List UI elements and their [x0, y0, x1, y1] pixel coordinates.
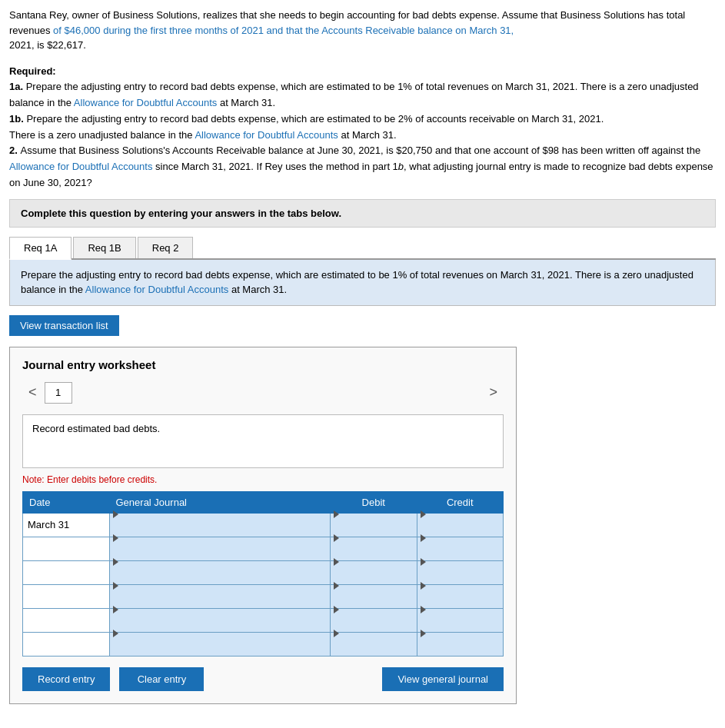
view-general-journal-button[interactable]: View general journal: [382, 667, 504, 691]
credit-arrow-2: [421, 534, 426, 542]
credit-cell-5[interactable]: [417, 608, 504, 632]
tab-content-blue: Allowance for Doubtful Accounts: [85, 284, 228, 295]
arrow-indicator-4: [113, 582, 118, 590]
credit-arrow-6: [421, 630, 426, 637]
arrow-indicator-3: [113, 558, 118, 566]
debit-arrow-1: [334, 510, 339, 518]
credit-cell-1[interactable]: [417, 513, 504, 537]
arrow-indicator-1: [113, 510, 118, 518]
debit-cell-2[interactable]: [331, 537, 417, 560]
table-row: March 31: [23, 513, 504, 537]
credit-cell-4[interactable]: [417, 584, 504, 608]
req2-text: Assume that Business Solutions's Account…: [20, 145, 700, 156]
debit-cell-4[interactable]: [331, 584, 417, 608]
general-journal-cell-3[interactable]: [109, 560, 331, 584]
nav-row: < 1 >: [22, 382, 504, 404]
credit-arrow-3: [421, 558, 426, 566]
journal-worksheet: Journal entry worksheet < 1 > Record est…: [9, 347, 517, 704]
complete-box: Complete this question by entering your …: [9, 199, 716, 228]
nav-left-arrow[interactable]: <: [22, 383, 43, 402]
journal-title: Journal entry worksheet: [22, 358, 504, 371]
debit-arrow-4: [334, 582, 339, 590]
table-row: [23, 537, 504, 560]
record-entry-button[interactable]: Record entry: [22, 667, 110, 691]
tab-content-text2: at March 31.: [228, 284, 287, 295]
note-text: Note: Enter debits before credits.: [22, 474, 504, 485]
general-journal-cell-4[interactable]: [109, 584, 331, 608]
tabs-container: Req 1A Req 1B Req 2: [9, 237, 716, 260]
debit-arrow-2: [334, 534, 339, 542]
debit-input-6[interactable]: [334, 638, 414, 661]
date-cell-3: [23, 560, 110, 584]
journal-table: Date General Journal Debit Credit March …: [22, 491, 504, 657]
button-row: Record entry Clear entry View general jo…: [22, 667, 504, 691]
tab-req2[interactable]: Req 2: [138, 237, 194, 258]
intro-text-2: 2021, is $22,617.: [9, 39, 86, 51]
credit-arrow-4: [421, 582, 426, 590]
intro-paragraph: Santana Rey, owner of Business Solutions…: [9, 8, 716, 53]
req1b-text: Prepare the adjusting entry to record ba…: [26, 113, 604, 125]
credit-input-6[interactable]: [421, 638, 501, 661]
credit-cell-3[interactable]: [417, 560, 504, 584]
req1a-label: 1a.: [9, 81, 26, 92]
debit-arrow-5: [334, 606, 339, 613]
req2-blue: Allowance for Doubtful Accounts: [9, 161, 152, 172]
req1a-text2: at March 31.: [217, 97, 275, 108]
tab-content: Prepare the adjusting entry to record ba…: [9, 260, 716, 306]
req1b-text2: There is a zero unadjusted balance in th…: [9, 129, 195, 141]
debit-cell-3[interactable]: [331, 560, 417, 584]
tab-req2-label: Req 2: [152, 242, 179, 254]
date-value-1: March 31: [28, 519, 69, 530]
date-cell-4: [23, 584, 110, 608]
req2-italic: b: [398, 161, 404, 172]
complete-box-text: Complete this question by entering your …: [21, 208, 341, 219]
date-cell-1: March 31: [23, 513, 110, 537]
credit-arrow-5: [421, 606, 426, 613]
required-label: Required:: [9, 65, 56, 77]
debit-arrow-3: [334, 558, 339, 566]
nav-right-arrow[interactable]: >: [483, 383, 504, 402]
view-transaction-list-button[interactable]: View transaction list: [9, 315, 119, 336]
col-header-credit: Credit: [417, 491, 504, 513]
req1b-blue: Allowance for Doubtful Accounts: [195, 129, 338, 141]
record-desc-box: Record estimated bad debts.: [22, 414, 504, 468]
debit-cell-1[interactable]: [331, 513, 417, 537]
debit-cell-6[interactable]: [331, 632, 417, 656]
clear-entry-button[interactable]: Clear entry: [119, 667, 204, 691]
col-header-general-journal: General Journal: [109, 491, 331, 513]
general-journal-cell-5[interactable]: [109, 608, 331, 632]
table-row: [23, 584, 504, 608]
col-header-date: Date: [23, 491, 110, 513]
general-journal-cell-2[interactable]: [109, 537, 331, 560]
tab-req1b-label: Req 1B: [88, 242, 121, 254]
col-header-debit: Debit: [331, 491, 417, 513]
required-section: Required: 1a. Prepare the adjusting entr…: [9, 64, 716, 191]
tabs-row: Req 1A Req 1B Req 2: [9, 237, 716, 260]
req2-text2: since March 31, 2021. If Rey uses the me…: [152, 161, 397, 172]
debit-arrow-6: [334, 630, 339, 637]
general-journal-cell-1[interactable]: [109, 513, 331, 537]
page-number: 1: [45, 382, 72, 404]
credit-cell-2[interactable]: [417, 537, 504, 560]
req1a-blue: Allowance for Doubtful Accounts: [74, 97, 217, 108]
tab-req1a[interactable]: Req 1A: [9, 237, 72, 260]
table-row: [23, 632, 504, 656]
table-row: [23, 560, 504, 584]
date-cell-6: [23, 632, 110, 656]
req2-label: 2.: [9, 145, 20, 156]
record-desc-text: Record estimated bad debts.: [32, 423, 160, 434]
credit-cell-6[interactable]: [417, 632, 504, 656]
general-journal-cell-6[interactable]: [109, 632, 331, 656]
intro-blue-1: of $46,000 during the first three months…: [53, 25, 514, 36]
table-row: [23, 608, 504, 632]
tab-req1b[interactable]: Req 1B: [73, 237, 135, 258]
arrow-indicator-5: [113, 606, 118, 613]
tab-req1a-label: Req 1A: [24, 242, 57, 254]
date-cell-5: [23, 608, 110, 632]
date-cell-2: [23, 537, 110, 560]
req1b-label: 1b.: [9, 113, 26, 125]
general-journal-input-6[interactable]: [113, 638, 328, 661]
debit-cell-5[interactable]: [331, 608, 417, 632]
arrow-indicator-6: [113, 630, 118, 637]
req1b-text3: at March 31.: [338, 129, 397, 141]
